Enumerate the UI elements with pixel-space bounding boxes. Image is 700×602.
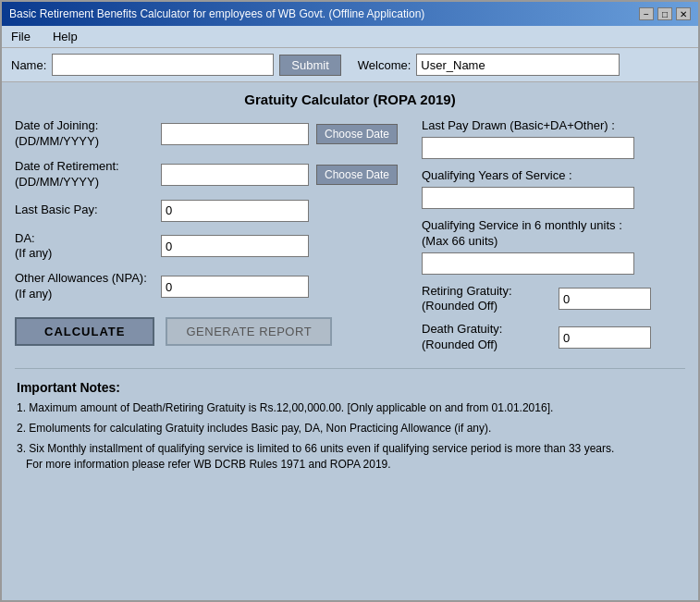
date-retirement-btn[interactable]: Choose Date: [316, 165, 398, 185]
generate-report-button[interactable]: GENERATE REPORT: [166, 317, 332, 346]
close-button[interactable]: ✕: [676, 7, 691, 20]
main-content: Gratuity Calculator (ROPA 2019) Date of …: [2, 82, 698, 600]
menu-file[interactable]: File: [6, 28, 36, 45]
button-row: CALCULATE GENERATE REPORT: [15, 317, 403, 346]
name-label: Name:: [11, 58, 46, 72]
note-item-3: 3. Six Monthly installment of qualifying…: [17, 441, 683, 473]
death-gratuity-row: Death Gratuity: (Rounded Off): [422, 322, 685, 353]
left-panel: Date of Joining: (DD/MM/YYYY) Choose Dat…: [15, 118, 403, 361]
other-allowances-label: Other Allowances (NPA): (If any): [15, 271, 154, 302]
last-pay-drawn-field: Last Pay Drawn (Basic+DA+Other) :: [422, 118, 685, 159]
death-gratuity-input[interactable]: [559, 326, 651, 349]
qualifying-years-input[interactable]: [422, 187, 634, 209]
right-panel: Last Pay Drawn (Basic+DA+Other) : Qualif…: [422, 118, 685, 361]
calculator-title: Gratuity Calculator (ROPA 2019): [15, 92, 685, 107]
qualifying-service-field: Qualifying Service in 6 monthly units : …: [422, 218, 685, 275]
da-row: DA: (If any): [15, 231, 403, 263]
last-basic-pay-row: Last Basic Pay:: [15, 200, 403, 222]
title-bar: Basic Retirement Benefits Calculator for…: [2, 2, 698, 26]
qualifying-years-label: Qualifying Years of Service :: [422, 168, 685, 184]
window-controls: − □ ✕: [639, 7, 691, 20]
note-item-2: 2. Emoluments for calculating Gratuity i…: [17, 421, 683, 436]
date-retirement-label: Date of Retirement: (DD/MM/YYYY): [15, 159, 154, 190]
last-pay-drawn-label: Last Pay Drawn (Basic+DA+Other) :: [422, 118, 685, 134]
date-joining-label: Date of Joining: (DD/MM/YYYY): [15, 118, 154, 150]
last-pay-drawn-input[interactable]: [422, 137, 634, 159]
retiring-gratuity-label: Retiring Gratuity: (Rounded Off): [422, 284, 551, 315]
app-window: Basic Retirement Benefits Calculator for…: [0, 0, 700, 602]
submit-button[interactable]: Submit: [279, 55, 340, 76]
welcome-label: Welcome:: [358, 58, 411, 72]
notes-title: Important Notes:: [17, 380, 683, 395]
retiring-gratuity-input[interactable]: [559, 288, 651, 310]
da-input[interactable]: [161, 235, 309, 257]
last-basic-pay-label: Last Basic Pay:: [15, 203, 154, 218]
date-joining-input[interactable]: [161, 123, 309, 145]
calculate-button[interactable]: CALCULATE: [15, 317, 154, 346]
maximize-button[interactable]: □: [657, 7, 672, 20]
menu-help[interactable]: Help: [47, 28, 83, 45]
last-basic-pay-input[interactable]: [161, 200, 309, 222]
date-joining-row: Date of Joining: (DD/MM/YYYY) Choose Dat…: [15, 118, 403, 150]
divider: [15, 368, 685, 369]
date-joining-btn[interactable]: Choose Date: [316, 124, 398, 144]
menu-bar: File Help: [2, 26, 698, 48]
da-label: DA: (If any): [15, 231, 154, 263]
note-item-1: 1. Maximum amount of Death/Retiring Grat…: [17, 400, 683, 416]
qualifying-service-label: Qualifying Service in 6 monthly units : …: [422, 218, 685, 250]
welcome-value-input[interactable]: [416, 54, 620, 76]
qualifying-years-field: Qualifying Years of Service :: [422, 168, 685, 209]
name-bar: Name: Submit Welcome:: [2, 48, 698, 82]
other-allowances-row: Other Allowances (NPA): (If any): [15, 271, 403, 302]
date-retirement-row: Date of Retirement: (DD/MM/YYYY) Choose …: [15, 159, 403, 190]
form-area: Date of Joining: (DD/MM/YYYY) Choose Dat…: [15, 118, 685, 361]
other-allowances-input[interactable]: [161, 276, 309, 298]
date-retirement-input[interactable]: [161, 164, 309, 186]
minimize-button[interactable]: −: [639, 7, 654, 20]
name-input[interactable]: [52, 54, 274, 76]
notes-section: Important Notes: 1. Maximum amount of De…: [15, 376, 685, 480]
death-gratuity-label: Death Gratuity: (Rounded Off): [422, 322, 551, 353]
qualifying-service-input[interactable]: [422, 252, 634, 275]
window-title: Basic Retirement Benefits Calculator for…: [9, 7, 424, 20]
retiring-gratuity-row: Retiring Gratuity: (Rounded Off): [422, 284, 685, 315]
